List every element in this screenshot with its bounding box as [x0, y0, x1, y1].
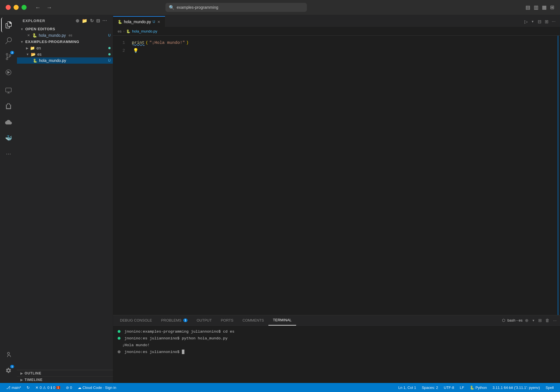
- split-terminal-icon[interactable]: ⊞: [537, 317, 543, 324]
- terminal-dropdown-icon[interactable]: ▼: [531, 318, 536, 323]
- add-terminal-icon[interactable]: ⊕: [524, 317, 530, 324]
- folder-en-dot: [108, 47, 111, 49]
- maximize-window-button[interactable]: [21, 5, 27, 10]
- breadcrumb-separator: ›: [123, 29, 124, 33]
- panel-tab-terminal[interactable]: TERMINAL: [268, 315, 296, 326]
- search-bar[interactable]: 🔍: [165, 3, 307, 12]
- encoding-text: UTF-8: [444, 385, 454, 390]
- activity-item-explorer[interactable]: [1, 18, 16, 32]
- breadcrumb-file[interactable]: hola_mundo.py: [132, 29, 157, 33]
- status-encoding[interactable]: UTF-8: [441, 385, 457, 390]
- activity-item-extensions[interactable]: [1, 99, 16, 114]
- status-language[interactable]: 🐍 Python: [467, 385, 490, 390]
- terminal-dot-1: [118, 330, 120, 333]
- terminal-dot-4: [118, 350, 120, 353]
- examples-programming-label: EXAMPLES-PROGRAMMING: [25, 40, 79, 44]
- kill-terminal-icon[interactable]: 🗑: [544, 317, 551, 323]
- split-editor-icon[interactable]: ▦: [542, 4, 547, 10]
- git-branch-icon: ⎇: [6, 385, 10, 390]
- folder-en[interactable]: ▶ 📁 en: [17, 45, 113, 51]
- status-python-version[interactable]: 3.11.1 64-bit ('3.11.1': pyenv): [490, 385, 543, 390]
- forward-button[interactable]: →: [45, 4, 54, 11]
- status-cloud-code[interactable]: ☁ Cloud Code · Sign in: [75, 383, 119, 392]
- search-input[interactable]: [177, 5, 303, 10]
- language-icon: 🐍: [470, 385, 474, 390]
- status-errors[interactable]: ✕ 0 ⚠ 0 ℹ 0 1: [33, 383, 63, 392]
- panel-tab-output[interactable]: OUTPUT: [192, 315, 216, 326]
- close-window-button[interactable]: [6, 5, 11, 10]
- status-sync[interactable]: ↻: [24, 383, 33, 392]
- tab-file-icon: 🐍: [118, 20, 122, 24]
- sidebar-toggle-icon[interactable]: ▤: [525, 4, 530, 10]
- examples-programming-header[interactable]: ▼ EXAMPLES-PROGRAMMING: [17, 38, 113, 45]
- code-editor[interactable]: 1 2 print("¡Hola mundo!") 💡: [113, 36, 560, 315]
- more-actions-icon[interactable]: ···: [103, 18, 107, 23]
- outline-section-header[interactable]: ▶ OUTLINE: [17, 370, 113, 376]
- more-editor-actions-icon[interactable]: ···: [551, 18, 557, 25]
- tab-filename: hola_mundo.py: [124, 20, 151, 24]
- split-editor-right-icon[interactable]: ⊞: [544, 18, 550, 25]
- activity-item-cloud[interactable]: [1, 115, 16, 130]
- ports-label: PORTS: [221, 318, 234, 322]
- activity-item-docker[interactable]: 🐳: [1, 131, 16, 145]
- keyword-print: print: [132, 39, 145, 47]
- breadcrumb-folder[interactable]: es: [118, 29, 122, 33]
- refresh-icon[interactable]: ↻: [90, 18, 94, 23]
- activity-item-remote-explorer[interactable]: [1, 83, 16, 98]
- activity-item-settings[interactable]: 1: [1, 363, 16, 378]
- panel-tab-ports[interactable]: PORTS: [216, 315, 238, 326]
- activity-item-search[interactable]: [1, 33, 16, 48]
- status-spaces[interactable]: Spaces: 2: [419, 385, 441, 390]
- sync-icon: ↻: [27, 385, 30, 390]
- folder-es[interactable]: ▼ 📂 es: [17, 51, 113, 57]
- panel-tab-comments[interactable]: COMMENTS: [238, 315, 268, 326]
- back-button[interactable]: ←: [33, 4, 42, 11]
- timeline-section-header[interactable]: ▶ TIMELINE: [17, 376, 113, 383]
- status-line-ending[interactable]: LF: [457, 385, 467, 390]
- status-cursor-position[interactable]: Ln 1, Col 1: [395, 385, 419, 390]
- tab-close-icon[interactable]: ✕: [157, 20, 160, 24]
- line-number-1: 1: [113, 39, 125, 47]
- file-hola-mundo-modified: U: [108, 59, 111, 63]
- tab-hola-mundo[interactable]: 🐍 hola_mundo.py U ✕: [113, 16, 165, 27]
- open-file-hola-mundo[interactable]: ✕ 🐍 hola_mundo.py es U: [17, 32, 113, 38]
- terminal-content[interactable]: jnonino:examples-programming juliannonin…: [113, 326, 560, 383]
- panel-more-actions-icon[interactable]: ···: [552, 317, 558, 323]
- minimize-window-button[interactable]: [14, 5, 19, 10]
- problems-label: PROBLEMS: [161, 318, 181, 322]
- outline-chevron: ▶: [20, 372, 23, 375]
- panel-tab-problems[interactable]: PROBLEMS 1: [156, 315, 192, 326]
- new-file-icon[interactable]: ⊕: [76, 18, 79, 23]
- status-branch[interactable]: ⎇ main*: [3, 383, 24, 392]
- file-hola-mundo[interactable]: 🐍 hola_mundo.py U: [17, 57, 113, 64]
- status-no-config[interactable]: ⊘ 0: [63, 383, 75, 392]
- customize-layout-icon[interactable]: ⊞: [550, 4, 554, 10]
- panel-layout-icon[interactable]: ▥: [534, 4, 539, 10]
- folder-es-chevron: ▼: [26, 53, 29, 56]
- bulb-icon[interactable]: 💡: [133, 47, 139, 55]
- collapse-all-icon[interactable]: ⊟: [96, 18, 100, 23]
- open-editors-header[interactable]: ▼ OPEN EDITORS: [17, 26, 113, 32]
- activity-item-run-debug[interactable]: [1, 65, 16, 80]
- code-content[interactable]: print("¡Hola mundo!") 💡: [127, 36, 558, 315]
- activity-item-accounts[interactable]: [1, 347, 16, 362]
- new-folder-icon[interactable]: 📁: [82, 18, 88, 23]
- toggle-panel-icon[interactable]: ⊟: [537, 18, 542, 25]
- title-bar-actions: ▤ ▥ ▦ ⊞: [525, 4, 554, 10]
- activity-item-source-control[interactable]: 2: [1, 49, 16, 64]
- tab-modified-indicator: U: [153, 20, 155, 24]
- terminal-line-4: jnonino:es juliannonino$: [118, 349, 555, 356]
- status-right: Ln 1, Col 1 Spaces: 2 UTF-8 LF 🐍 Python …: [395, 385, 557, 390]
- activity-item-more[interactable]: ···: [1, 147, 16, 161]
- close-file-icon[interactable]: ✕: [27, 33, 30, 37]
- status-spell[interactable]: Spell: [543, 385, 557, 390]
- run-icon[interactable]: ▷: [523, 18, 529, 25]
- spell-text: Spell: [546, 385, 554, 390]
- folder-es-dot: [108, 53, 111, 55]
- run-dropdown-icon[interactable]: ▼: [530, 19, 535, 24]
- terminal-output: ¡Hola mundo!: [122, 343, 150, 347]
- cursor-position-text: Ln 1, Col 1: [398, 385, 416, 390]
- panel-tab-debug-console[interactable]: DEBUG CONSOLE: [115, 315, 156, 326]
- line-number-2: 2: [113, 47, 125, 55]
- open-file-path: es: [69, 33, 72, 37]
